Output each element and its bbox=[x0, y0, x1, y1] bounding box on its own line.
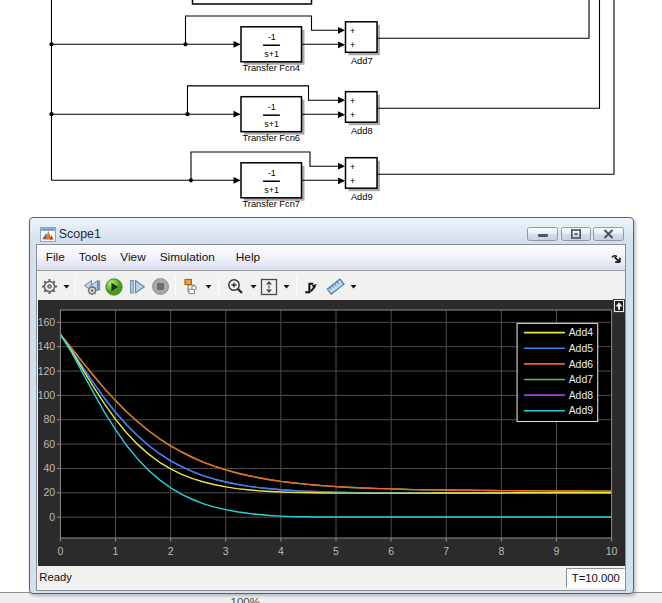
zoom-in-button[interactable] bbox=[227, 272, 257, 301]
x-tick-label: 3 bbox=[223, 544, 229, 556]
x-tick-label: 10 bbox=[606, 544, 618, 556]
tf-numerator: -1 bbox=[268, 32, 276, 42]
toolbar-separator bbox=[175, 276, 176, 297]
menu-view[interactable]: View bbox=[113, 250, 152, 264]
x-tick-label: 8 bbox=[499, 544, 505, 556]
x-tick-label: 6 bbox=[388, 544, 394, 556]
partial-block[interactable] bbox=[193, 0, 312, 4]
x-tick-label: 2 bbox=[168, 544, 174, 556]
add-block-label: Add7 bbox=[351, 56, 373, 66]
fit-to-view-button[interactable] bbox=[260, 272, 290, 301]
y-tick-label: 100 bbox=[38, 389, 55, 401]
step-back-icon bbox=[83, 278, 102, 296]
configuration-properties-button[interactable] bbox=[41, 272, 70, 301]
x-tick-label: 7 bbox=[444, 544, 450, 556]
minimize-button[interactable] bbox=[527, 227, 558, 241]
menu-simulation[interactable]: Simulation bbox=[153, 250, 222, 264]
stop-button[interactable] bbox=[152, 272, 169, 301]
legend-label: Add6 bbox=[569, 358, 593, 369]
status-bar: Ready T=10.000 bbox=[37, 566, 625, 589]
status-text: Ready bbox=[39, 571, 72, 583]
dropdown-caret-icon bbox=[350, 284, 357, 289]
step-forward-icon bbox=[129, 279, 146, 295]
y-tick-label: 80 bbox=[44, 413, 56, 425]
trigger-button[interactable] bbox=[304, 272, 319, 301]
add-output-wire[interactable] bbox=[377, 0, 600, 108]
y-tick-label: 0 bbox=[50, 510, 56, 522]
trigger-icon bbox=[304, 279, 319, 295]
simulink-editor-canvas: -1s+1Transfer Fcn4++Add7-1s+1Transfer Fc… bbox=[0, 0, 662, 603]
legend[interactable]: Add4Add5Add6Add7Add8Add9 bbox=[517, 323, 598, 421]
wire-junction-dot bbox=[185, 112, 189, 116]
step-back-button[interactable] bbox=[83, 272, 102, 301]
dropdown-caret-icon bbox=[250, 284, 257, 289]
step-forward-button[interactable] bbox=[129, 272, 146, 301]
x-tick-label: 5 bbox=[333, 544, 339, 556]
tf-fraction-bar bbox=[263, 114, 280, 116]
dock-arrow-icon[interactable] bbox=[611, 254, 621, 263]
up-arrow-icon bbox=[615, 302, 623, 310]
wire-junction-dot bbox=[49, 112, 53, 116]
scope-titlebar[interactable]: Scope1 bbox=[30, 218, 633, 244]
toolbar-separator bbox=[218, 276, 219, 297]
add-output-wire[interactable] bbox=[377, 0, 614, 174]
block-diagram: -1s+1Transfer Fcn4++Add7-1s+1Transfer Fc… bbox=[0, 0, 662, 216]
scope-client-area: FileToolsViewSimulationHelp bbox=[36, 244, 626, 591]
add-input2-arrow bbox=[338, 177, 345, 184]
add-block-label: Add8 bbox=[351, 126, 373, 136]
restore-icon bbox=[570, 229, 582, 239]
tf-fraction-bar bbox=[263, 181, 280, 183]
window-title: Scope1 bbox=[59, 227, 101, 241]
tf-denominator: s+1 bbox=[264, 119, 279, 129]
add-input1-arrow bbox=[338, 97, 345, 104]
scope-plot: 012345678910020406080100120140160Add4Add… bbox=[38, 300, 625, 567]
x-tick-label: 9 bbox=[554, 544, 560, 556]
wire-junction-dot bbox=[49, 42, 53, 46]
tf-numerator: -1 bbox=[268, 168, 276, 178]
tf-input-arrow bbox=[234, 177, 241, 184]
close-icon bbox=[603, 229, 614, 239]
legend-label: Add9 bbox=[569, 405, 593, 416]
add-plus-sign: + bbox=[350, 175, 356, 186]
y-tick-label: 140 bbox=[38, 340, 55, 352]
menu-tools[interactable]: Tools bbox=[72, 250, 114, 264]
add-output-wire[interactable] bbox=[377, 0, 589, 38]
zoom-in-icon bbox=[227, 278, 245, 296]
restore-button[interactable] bbox=[561, 227, 591, 241]
tf-numerator: -1 bbox=[268, 102, 276, 112]
add-input1-arrow bbox=[338, 163, 345, 170]
dropdown-caret-icon bbox=[205, 284, 212, 289]
add-plus-sign: + bbox=[350, 109, 356, 120]
add-block-label: Add9 bbox=[351, 192, 373, 202]
toolbar bbox=[37, 272, 625, 301]
y-tick-label: 60 bbox=[44, 437, 56, 449]
close-button[interactable] bbox=[593, 227, 624, 241]
minimize-icon bbox=[537, 230, 549, 239]
simulation-stepping-options-button[interactable] bbox=[183, 272, 212, 301]
add-plus-sign: + bbox=[350, 161, 356, 172]
menu-help[interactable]: Help bbox=[229, 250, 267, 264]
scope-plot-area: 012345678910020406080100120140160Add4Add… bbox=[38, 300, 625, 567]
y-tick-label: 160 bbox=[38, 316, 55, 328]
fit-to-view-icon bbox=[260, 278, 278, 296]
simulation-time: T=10.000 bbox=[572, 572, 620, 584]
legend-label: Add5 bbox=[569, 343, 593, 354]
legend-label: Add7 bbox=[569, 374, 593, 385]
scope-window-icon bbox=[40, 227, 56, 242]
cursor-measurements-icon bbox=[326, 278, 345, 295]
add-plus-sign: + bbox=[350, 95, 356, 106]
x-tick-label: 1 bbox=[113, 544, 119, 556]
add-input1-arrow bbox=[338, 27, 345, 34]
legend-label: Add4 bbox=[569, 327, 593, 338]
gear-icon bbox=[41, 278, 58, 295]
undock-axes-button[interactable] bbox=[614, 300, 624, 312]
wire-junction-dot bbox=[183, 42, 187, 46]
add-input2-arrow bbox=[338, 111, 345, 118]
y-tick-label: 40 bbox=[44, 462, 56, 474]
tf-fraction-bar bbox=[263, 45, 280, 47]
menu-file[interactable]: File bbox=[39, 250, 72, 264]
cursor-measurements-button[interactable] bbox=[326, 272, 357, 301]
dropdown-caret-icon bbox=[63, 284, 70, 289]
tf-block-label: Transfer Fcn7 bbox=[242, 199, 300, 209]
run-button[interactable] bbox=[105, 272, 123, 301]
